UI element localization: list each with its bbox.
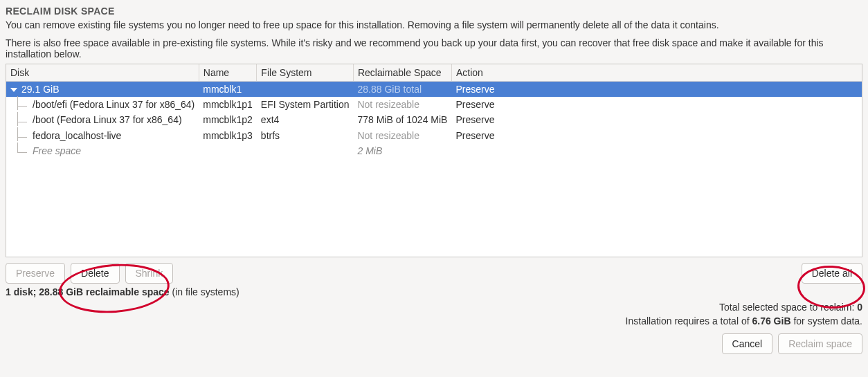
- delete-button[interactable]: Delete: [71, 263, 119, 284]
- tree-branch-icon: [10, 147, 33, 156]
- tree-branch-icon: [10, 100, 33, 110]
- partition-mount: /boot (Fedora Linux 37 for x86_64): [33, 114, 182, 125]
- partition-reclaimable: Not resizeable: [357, 99, 419, 110]
- summary-bold: 1 disk; 28.88 GiB reclaimable space: [6, 286, 170, 297]
- partition-name: mmcblk1p2: [199, 112, 257, 127]
- col-name[interactable]: Name: [199, 64, 257, 82]
- table-row-freespace[interactable]: Free space 2 MiB: [6, 143, 862, 158]
- partition-fs: btrfs: [257, 128, 354, 143]
- disk-size: 29.1 GiB: [21, 84, 59, 95]
- shrink-button[interactable]: Shrink: [125, 263, 174, 284]
- reclaim-space-button[interactable]: Reclaim space: [778, 333, 862, 354]
- col-action[interactable]: Action: [451, 64, 862, 82]
- table-row-disk[interactable]: 29.1 GiB mmcblk1 28.88 GiB total Preserv…: [6, 82, 862, 98]
- intro-text-1: You can remove existing file systems you…: [6, 19, 862, 30]
- page-title: RECLAIM DISK SPACE: [6, 6, 862, 17]
- col-reclaimable[interactable]: Reclaimable Space: [353, 64, 451, 82]
- install-requires-line: Installation requires a total of 6.76 Gi…: [0, 314, 868, 328]
- partition-fs: ext4: [257, 112, 354, 127]
- table-row[interactable]: /boot (Fedora Linux 37 for x86_64) mmcbl…: [6, 112, 862, 127]
- total-selected-label: Total selected space to reclaim:: [719, 302, 857, 313]
- freespace-label: Free space: [33, 145, 81, 156]
- preserve-button[interactable]: Preserve: [6, 263, 65, 284]
- col-filesystem[interactable]: File System: [257, 64, 354, 82]
- freespace-size: 2 MiB: [357, 145, 382, 156]
- partition-table: Disk Name File System Reclaimable Space …: [6, 64, 862, 257]
- summary-rest: (in file systems): [170, 286, 239, 297]
- partition-action: Preserve: [451, 97, 862, 112]
- actions-bar: Preserve Delete Shrink Delete all: [0, 257, 868, 289]
- disk-reclaimable: 28.88 GiB total: [357, 84, 422, 95]
- partition-reclaimable: Not resizeable: [357, 130, 419, 141]
- cancel-button[interactable]: Cancel: [722, 333, 773, 354]
- footer-buttons: Cancel Reclaim space: [0, 328, 868, 360]
- chevron-down-icon[interactable]: [10, 88, 17, 92]
- total-selected-line: Total selected space to reclaim: 0: [0, 300, 868, 314]
- total-selected-value: 0: [857, 302, 862, 313]
- table-row[interactable]: /boot/efi (Fedora Linux 37 for x86_64) m…: [6, 97, 862, 112]
- requires-post: for system data.: [791, 315, 862, 327]
- partition-action: Preserve: [451, 112, 862, 127]
- partition-name: mmcblk1p3: [199, 128, 257, 143]
- partition-action: Preserve: [451, 128, 862, 143]
- intro-text-2: There is also free space available in pr…: [6, 37, 862, 59]
- disk-name: mmcblk1: [199, 82, 257, 98]
- table-header-row: Disk Name File System Reclaimable Space …: [6, 64, 862, 82]
- requires-size: 6.76 GiB: [752, 315, 790, 327]
- requires-pre: Installation requires a total of: [626, 315, 752, 327]
- partition-reclaimable: 778 MiB of 1024 MiB: [353, 112, 451, 127]
- disk-action: Preserve: [451, 82, 862, 98]
- disk-fs: [257, 82, 354, 98]
- partition-name: mmcblk1p1: [199, 97, 257, 112]
- col-disk[interactable]: Disk: [6, 64, 199, 82]
- partition-mount: /boot/efi (Fedora Linux 37 for x86_64): [33, 99, 195, 110]
- tree-branch-icon: [10, 116, 33, 126]
- tree-branch-icon: [10, 131, 33, 141]
- table-row[interactable]: fedora_localhost-live mmcblk1p3 btrfs No…: [6, 128, 862, 143]
- partition-fs: EFI System Partition: [257, 97, 354, 112]
- summary-line: 1 disk; 28.88 GiB reclaimable space (in …: [0, 286, 868, 300]
- delete-all-button[interactable]: Delete all: [802, 263, 862, 284]
- partition-mount: fedora_localhost-live: [33, 130, 121, 141]
